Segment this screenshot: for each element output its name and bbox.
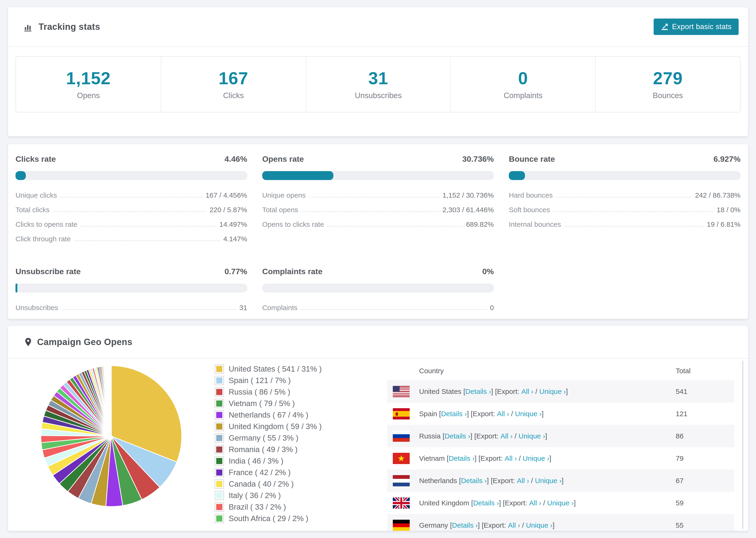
export-unique-link[interactable]: Unique ›	[523, 455, 549, 462]
export-unique-link[interactable]: Unique ›	[535, 477, 562, 485]
rate-lines: Complaints0	[262, 304, 494, 312]
row-total-cell: 121	[676, 410, 734, 418]
stat-line-value: 167 / 4.456%	[206, 191, 247, 199]
rate-progress-fill	[16, 284, 17, 293]
geo-table-row: Russia [Details ›] [Export: All › / Uniq…	[387, 425, 734, 447]
export-all-link[interactable]: All ›	[505, 455, 517, 462]
row-total-cell: 55	[676, 521, 734, 529]
legend-swatch	[215, 514, 224, 523]
country-name: Vietnam	[419, 455, 445, 462]
legend-item: India ( 46 / 3% )	[215, 456, 387, 466]
legend-item: Romania ( 49 / 3% )	[215, 445, 387, 454]
legend-swatch	[215, 376, 224, 385]
export-unique-link[interactable]: Unique ›	[539, 388, 566, 396]
export-all-link[interactable]: All ›	[497, 410, 509, 418]
rate-title: Complaints rate	[262, 267, 323, 276]
stat-value: 0	[451, 68, 595, 88]
rate-value: 0%	[482, 267, 494, 276]
dotted-leader	[62, 309, 236, 310]
row-total-cell: 541	[676, 388, 734, 396]
row-country-cell: Russia [Details ›] [Export: All › / Uniq…	[419, 432, 676, 440]
geo-pie-column	[8, 361, 215, 531]
rate-value: 4.46%	[225, 154, 247, 164]
rate-stat-line: Unique clicks167 / 4.456%	[16, 191, 247, 199]
rate-block: Unsubscribe rate0.77%Unsubscribes31	[16, 267, 247, 318]
legend-swatch	[215, 433, 224, 443]
dotted-leader	[53, 211, 206, 212]
stat-label: Bounces	[596, 91, 740, 100]
stat-label: Complaints	[451, 91, 595, 100]
details-link[interactable]: Details ›	[449, 455, 474, 462]
details-link[interactable]: Details ›	[445, 432, 470, 440]
stat-line-value: 19 / 6.81%	[707, 220, 740, 228]
rate-progress-track	[262, 284, 494, 293]
export-all-link[interactable]: All ›	[501, 432, 513, 440]
details-link[interactable]: Details ›	[461, 477, 487, 485]
geo-table-row: United Kingdom [Details ›] [Export: All …	[387, 492, 734, 514]
legend-label: India ( 46 / 3% )	[229, 457, 283, 465]
stat-line-label: Total clicks	[16, 206, 50, 214]
dotted-leader	[564, 226, 703, 227]
stat-label: Unsubscribes	[306, 91, 451, 100]
overview-stat-box: 167Clicks	[161, 57, 306, 112]
rate-block-header: Opens rate30.736%	[262, 154, 494, 164]
rate-progress-track	[16, 284, 247, 293]
tracking-stats-card: Tracking stats Export basic stats 1,152O…	[8, 7, 748, 136]
rate-title: Opens rate	[262, 154, 304, 164]
dotted-leader	[81, 226, 216, 227]
stat-line-value: 220 / 5.87%	[210, 206, 247, 214]
stat-label: Clicks	[161, 91, 306, 100]
rate-title: Unsubscribe rate	[16, 267, 81, 276]
ru-flag-icon	[393, 430, 410, 442]
legend-label: Romania ( 49 / 3% )	[229, 445, 297, 454]
details-link[interactable]: Details ›	[452, 521, 478, 529]
legend-swatch	[215, 502, 224, 512]
rate-lines: Unique opens1,152 / 30.736%Total opens2,…	[262, 191, 494, 228]
export-all-link[interactable]: All ›	[508, 521, 520, 529]
pie-slice-65	[111, 366, 111, 436]
legend-label: United Kingdom ( 59 / 3% )	[229, 422, 322, 431]
dotted-leader	[301, 309, 487, 310]
export-all-link[interactable]: All ›	[529, 499, 541, 507]
legend-swatch	[215, 491, 224, 500]
country-name: Netherlands	[419, 477, 457, 485]
dotted-leader	[556, 197, 692, 197]
export-unique-link[interactable]: Unique ›	[518, 432, 545, 440]
stat-line-label: Click through rate	[16, 235, 71, 243]
rate-lines: Unsubscribes31	[16, 304, 247, 312]
legend-swatch	[215, 399, 224, 408]
details-link[interactable]: Details ›	[465, 388, 491, 396]
rate-block: Bounce rate6.927%Hard bounces242 / 86.73…	[509, 154, 740, 249]
rate-value: 0.77%	[225, 267, 247, 276]
rate-lines: Unique clicks167 / 4.456%Total clicks220…	[16, 191, 247, 243]
export-all-link[interactable]: All ›	[521, 388, 533, 396]
legend-label: United States ( 541 / 31% )	[229, 364, 322, 373]
stat-line-value: 242 / 86.738%	[695, 191, 741, 199]
legend-label: France ( 42 / 2% )	[229, 468, 291, 477]
geo-table: Country Total United States [Details ›] …	[387, 361, 734, 531]
row-total-cell: 59	[676, 499, 734, 507]
export-unique-link[interactable]: Unique ›	[526, 521, 553, 529]
rate-progress-track	[509, 171, 740, 180]
details-link[interactable]: Details ›	[441, 410, 467, 418]
map-pin-icon	[24, 337, 33, 348]
legend-item: Spain ( 121 / 7% )	[215, 376, 387, 385]
export-unique-link[interactable]: Unique ›	[547, 499, 573, 507]
stat-line-label: Hard bounces	[509, 191, 553, 199]
rate-block-header: Clicks rate4.46%	[16, 154, 247, 164]
export-unique-link[interactable]: Unique ›	[515, 410, 542, 418]
legend-item: South Africa ( 29 / 2% )	[215, 514, 387, 523]
rate-stat-line: Soft bounces18 / 0%	[509, 206, 740, 214]
details-link[interactable]: Details ›	[473, 499, 499, 507]
geo-title: Campaign Geo Opens	[37, 337, 133, 347]
geo-header: Campaign Geo Opens	[8, 326, 748, 359]
export-all-link[interactable]: All ›	[517, 477, 529, 485]
gb-flag-icon	[393, 497, 410, 509]
stat-line-value: 689.82%	[466, 220, 494, 228]
overview-stats-strip: 1,152Opens167Clicks31Unsubscribes0Compla…	[16, 56, 740, 112]
geo-table-scrollbar[interactable]	[742, 360, 743, 529]
export-basic-stats-button[interactable]: Export basic stats	[654, 19, 739, 35]
rate-progress-fill	[509, 171, 525, 180]
stat-line-value: 0	[490, 304, 494, 312]
rate-title: Bounce rate	[509, 154, 555, 164]
